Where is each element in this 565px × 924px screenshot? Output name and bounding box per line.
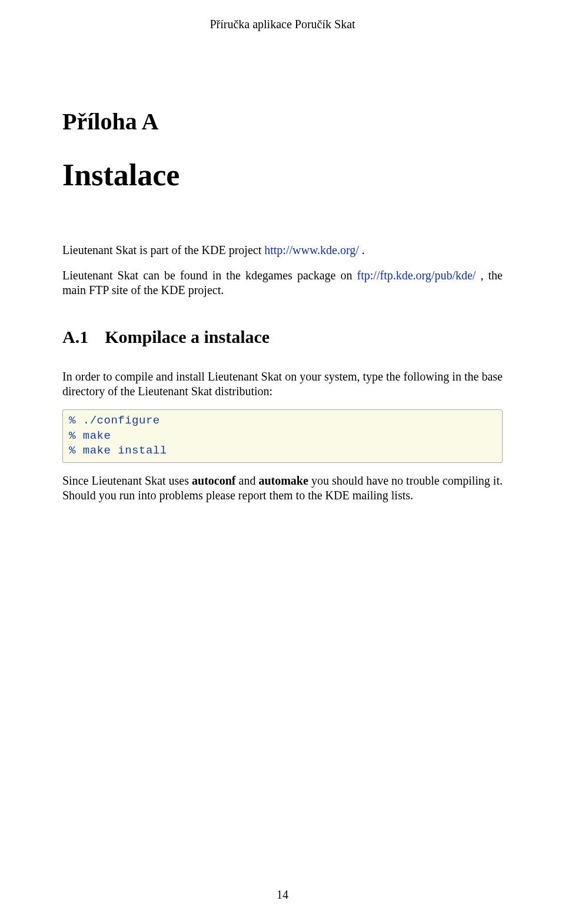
kde-homepage-link[interactable]: http://www.kde.org/ xyxy=(264,243,359,256)
section-number: A.1 xyxy=(62,327,88,347)
bold-automake: automake xyxy=(258,474,308,487)
bold-autoconf: autoconf xyxy=(192,474,235,487)
text-fragment: . xyxy=(359,243,365,256)
page-number: 14 xyxy=(0,888,565,902)
section-heading: A.1Kompilace a instalace xyxy=(62,327,503,347)
section-title: Kompilace a instalace xyxy=(105,327,270,346)
chapter-title: Instalace xyxy=(62,158,503,192)
intro-paragraph-1: Lieutenant Skat is part of the KDE proje… xyxy=(62,243,503,258)
page: Příručka aplikace Poručík Skat Příloha A… xyxy=(0,0,565,924)
running-header: Příručka aplikace Poručík Skat xyxy=(62,18,503,31)
kde-ftp-link[interactable]: ftp://ftp.kde.org/pub/kde/ xyxy=(357,269,476,282)
code-block: % ./configure % make % make install xyxy=(62,409,503,463)
section-paragraph-2: Since Lieutenant Skat uses autoconf and … xyxy=(62,473,503,503)
text-fragment: Lieutenant Skat is part of the KDE proje… xyxy=(62,243,264,256)
text-fragment: Lieutenant Skat can be found in the kdeg… xyxy=(62,269,357,282)
intro-paragraph-2: Lieutenant Skat can be found in the kdeg… xyxy=(62,268,503,298)
text-fragment: Since Lieutenant Skat uses xyxy=(62,474,192,487)
text-fragment: and xyxy=(236,474,259,487)
section-paragraph-1: In order to compile and install Lieutena… xyxy=(62,369,503,399)
appendix-label: Příloha A xyxy=(62,108,503,135)
